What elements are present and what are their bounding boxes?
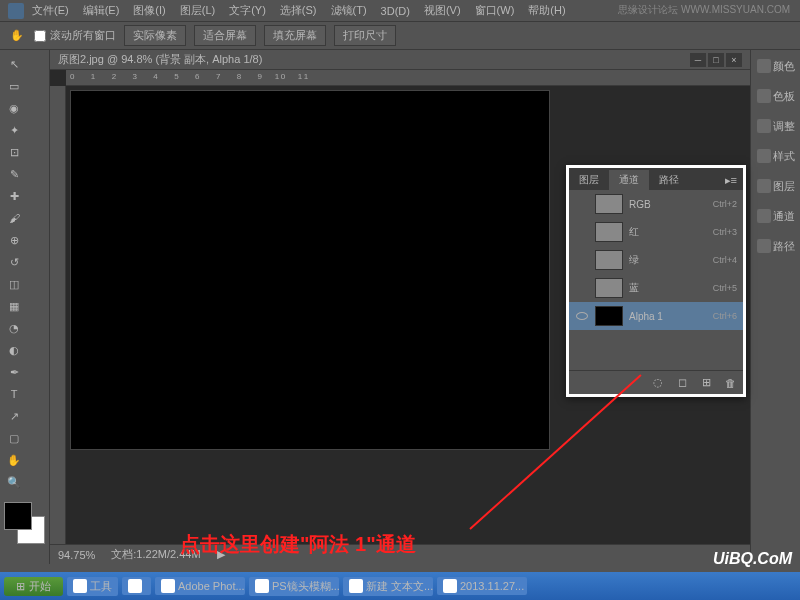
channel-shortcut: Ctrl+5: [713, 283, 737, 293]
maximize-button[interactable]: □: [708, 53, 724, 67]
channel-rgb[interactable]: RGB Ctrl+2: [569, 190, 743, 218]
hand-tool[interactable]: ✋: [4, 450, 24, 470]
zoom-level[interactable]: 94.75%: [58, 549, 95, 561]
type-tool[interactable]: T: [4, 384, 24, 404]
menu-file[interactable]: 文件(E): [26, 1, 75, 20]
color-swatches[interactable]: [4, 502, 45, 544]
channel-blue[interactable]: 蓝 Ctrl+5: [569, 274, 743, 302]
panel-channels[interactable]: 通道: [755, 204, 796, 228]
panel-paths[interactable]: 路径: [755, 234, 796, 258]
new-channel-icon[interactable]: ⊞: [699, 376, 713, 390]
taskbar-item[interactable]: PS镜头模糊...: [249, 577, 339, 596]
notepad-icon: [349, 579, 363, 593]
color-icon: [757, 59, 771, 73]
menu-select[interactable]: 选择(S): [274, 1, 323, 20]
taskbar-item[interactable]: Adobe Phot...: [155, 577, 245, 595]
visibility-toggle[interactable]: [575, 197, 589, 211]
swatch-icon: [757, 89, 771, 103]
visibility-toggle[interactable]: [575, 253, 589, 267]
heal-tool[interactable]: ✚: [4, 186, 24, 206]
channel-name: 绿: [629, 253, 707, 267]
move-tool[interactable]: ↖: [4, 54, 24, 74]
eyedropper-tool[interactable]: ✎: [4, 164, 24, 184]
delete-channel-icon[interactable]: 🗑: [723, 376, 737, 390]
panel-styles[interactable]: 样式: [755, 144, 796, 168]
start-button[interactable]: ⊞开始: [4, 577, 63, 596]
panel-swatches[interactable]: 色板: [755, 84, 796, 108]
ps-logo-icon: [8, 3, 24, 19]
document-canvas[interactable]: [70, 90, 550, 450]
paths-icon: [757, 239, 771, 253]
channel-red[interactable]: 红 Ctrl+3: [569, 218, 743, 246]
load-selection-icon[interactable]: ◌: [651, 376, 665, 390]
path-tool[interactable]: ↗: [4, 406, 24, 426]
panel-adjustments[interactable]: 调整: [755, 114, 796, 138]
lasso-tool[interactable]: ◉: [4, 98, 24, 118]
options-bar: ✋ 滚动所有窗口 实际像素 适合屏幕 填充屏幕 打印尺寸: [0, 22, 800, 50]
menu-edit[interactable]: 编辑(E): [77, 1, 126, 20]
vertical-ruler: [50, 86, 66, 544]
channel-thumb: [595, 222, 623, 242]
close-button[interactable]: ×: [726, 53, 742, 67]
channel-name: Alpha 1: [629, 311, 707, 322]
taskbar-item[interactable]: 新建 文本文...: [343, 577, 433, 596]
dodge-tool[interactable]: ◐: [4, 340, 24, 360]
channel-shortcut: Ctrl+3: [713, 227, 737, 237]
minimize-button[interactable]: ─: [690, 53, 706, 67]
taskbar-item[interactable]: 2013.11.27...: [437, 577, 527, 595]
visibility-toggle[interactable]: [575, 281, 589, 295]
menu-view[interactable]: 视图(V): [418, 1, 467, 20]
panel-color[interactable]: 颜色: [755, 54, 796, 78]
wand-tool[interactable]: ✦: [4, 120, 24, 140]
ps-icon: [161, 579, 175, 593]
toolbox: ↖ ▭ ◉ ✦ ⊡ ✎ ✚ 🖌 ⊕ ↺ ◫ ▦ ◔ ◐ ✒ T ↗ ▢ ✋ 🔍: [0, 50, 50, 564]
menu-window[interactable]: 窗口(W): [469, 1, 521, 20]
tab-channels[interactable]: 通道: [609, 170, 649, 190]
eraser-tool[interactable]: ◫: [4, 274, 24, 294]
document-titlebar: 原图2.jpg @ 94.8% (背景 副本, Alpha 1/8) ─ □ ×: [50, 50, 750, 70]
windows-logo-icon: ⊞: [16, 580, 25, 593]
tab-layers[interactable]: 图层: [569, 170, 609, 190]
eye-icon: [576, 312, 588, 320]
stamp-tool[interactable]: ⊕: [4, 230, 24, 250]
crop-tool[interactable]: ⊡: [4, 142, 24, 162]
app-icon: [128, 579, 142, 593]
zoom-tool[interactable]: 🔍: [4, 472, 24, 492]
fill-screen-button[interactable]: 填充屏幕: [264, 25, 326, 46]
scroll-all-checkbox[interactable]: 滚动所有窗口: [34, 28, 116, 43]
blur-tool[interactable]: ◔: [4, 318, 24, 338]
folder-icon: [73, 579, 87, 593]
tab-paths[interactable]: 路径: [649, 170, 689, 190]
fit-screen-button[interactable]: 适合屏幕: [194, 25, 256, 46]
pen-tool[interactable]: ✒: [4, 362, 24, 382]
marquee-tool[interactable]: ▭: [4, 76, 24, 96]
brush-tool[interactable]: 🖌: [4, 208, 24, 228]
menu-3d[interactable]: 3D(D): [375, 3, 416, 19]
channel-name: 蓝: [629, 281, 707, 295]
scroll-all-label: 滚动所有窗口: [50, 28, 116, 43]
panel-layers[interactable]: 图层: [755, 174, 796, 198]
taskbar-item[interactable]: 工具: [67, 577, 118, 596]
actual-pixels-button[interactable]: 实际像素: [124, 25, 186, 46]
channel-alpha1[interactable]: Alpha 1 Ctrl+6: [569, 302, 743, 330]
menu-image[interactable]: 图像(I): [127, 1, 171, 20]
fg-color-swatch[interactable]: [4, 502, 32, 530]
menu-filter[interactable]: 滤镜(T): [325, 1, 373, 20]
right-dock: 颜色 色板 调整 样式 图层 通道 路径: [750, 50, 800, 564]
save-selection-icon[interactable]: ◻: [675, 376, 689, 390]
visibility-toggle[interactable]: [575, 225, 589, 239]
menu-type[interactable]: 文字(Y): [223, 1, 272, 20]
gradient-tool[interactable]: ▦: [4, 296, 24, 316]
history-brush-tool[interactable]: ↺: [4, 252, 24, 272]
channel-name: 红: [629, 225, 707, 239]
visibility-toggle[interactable]: [575, 309, 589, 323]
menu-layer[interactable]: 图层(L): [174, 1, 221, 20]
print-size-button[interactable]: 打印尺寸: [334, 25, 396, 46]
channel-thumb: [595, 306, 623, 326]
taskbar-item[interactable]: [122, 577, 151, 595]
shape-tool[interactable]: ▢: [4, 428, 24, 448]
channel-green[interactable]: 绿 Ctrl+4: [569, 246, 743, 274]
panel-menu-icon[interactable]: ▸≡: [719, 171, 743, 190]
channels-panel: 图层 通道 路径 ▸≡ RGB Ctrl+2 红 Ctrl+3 绿 Ctrl+4…: [566, 165, 746, 397]
menu-help[interactable]: 帮助(H): [522, 1, 571, 20]
